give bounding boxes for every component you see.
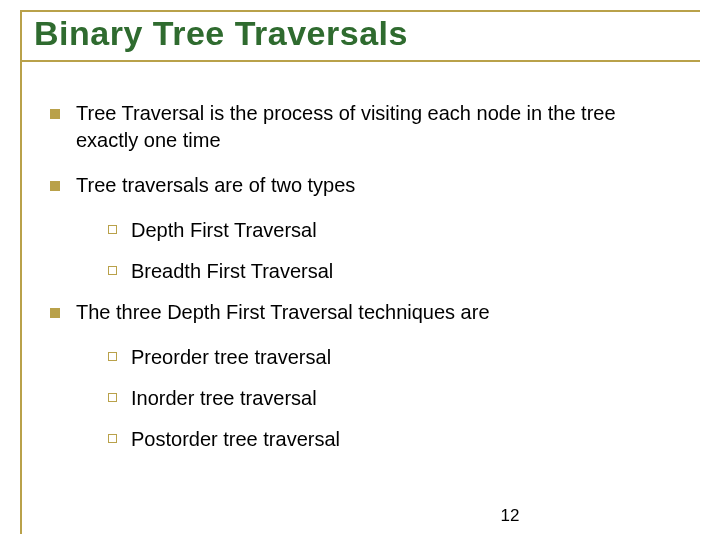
hollow-square-bullet-icon	[108, 352, 117, 361]
slide-content: Tree Traversal is the process of visitin…	[50, 100, 680, 467]
bullet-text: Tree traversals are of two types	[76, 172, 680, 199]
bullet-level1: Tree Traversal is the process of visitin…	[50, 100, 680, 154]
sublist: Depth First Traversal Breadth First Trav…	[108, 217, 680, 285]
sublist: Preorder tree traversal Inorder tree tra…	[108, 344, 680, 453]
bullet-level2: Inorder tree traversal	[108, 385, 680, 412]
bullet-text: Tree Traversal is the process of visitin…	[76, 100, 680, 154]
hollow-square-bullet-icon	[108, 266, 117, 275]
bullet-text: Inorder tree traversal	[131, 385, 680, 412]
square-bullet-icon	[50, 308, 60, 318]
rule-top	[20, 10, 700, 12]
rule-under-title	[20, 60, 700, 62]
bullet-text: Postorder tree traversal	[131, 426, 680, 453]
square-bullet-icon	[50, 181, 60, 191]
bullet-level2: Preorder tree traversal	[108, 344, 680, 371]
bullet-level2: Depth First Traversal	[108, 217, 680, 244]
slide-title: Binary Tree Traversals	[34, 14, 408, 53]
bullet-text: The three Depth First Traversal techniqu…	[76, 299, 680, 326]
hollow-square-bullet-icon	[108, 393, 117, 402]
square-bullet-icon	[50, 109, 60, 119]
bullet-text: Breadth First Traversal	[131, 258, 680, 285]
bullet-level1: Tree traversals are of two types	[50, 172, 680, 199]
hollow-square-bullet-icon	[108, 434, 117, 443]
bullet-level1: The three Depth First Traversal techniqu…	[50, 299, 680, 326]
rule-left	[20, 10, 22, 534]
bullet-level2: Postorder tree traversal	[108, 426, 680, 453]
hollow-square-bullet-icon	[108, 225, 117, 234]
page-number: 12	[0, 506, 720, 526]
bullet-text: Preorder tree traversal	[131, 344, 680, 371]
bullet-text: Depth First Traversal	[131, 217, 680, 244]
bullet-level2: Breadth First Traversal	[108, 258, 680, 285]
